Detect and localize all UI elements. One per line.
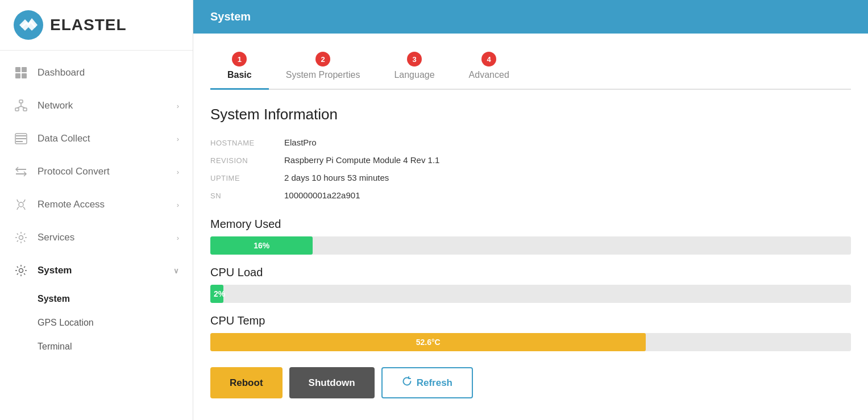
protocol-convert-arrow-icon: › (177, 168, 179, 176)
network-icon (14, 98, 28, 113)
info-row-uptime: UPTIME 2 days 10 hours 53 minutes (210, 169, 851, 186)
tab-basic[interactable]: 1 Basic (210, 47, 269, 90)
cpu-temp-section: CPU Temp 52.6°C (210, 314, 851, 351)
svg-point-19 (19, 269, 23, 273)
sidebar-item-dashboard[interactable]: Dashboard (0, 56, 193, 89)
system-info-table: HOSTNAME ElastPro REVISION Raspberry Pi … (210, 134, 851, 204)
refresh-label: Refresh (417, 377, 452, 389)
memory-section: Memory Used 16% (210, 218, 851, 255)
sidebar-item-services-label: Services (38, 232, 177, 243)
svg-line-10 (21, 106, 25, 108)
memory-title: Memory Used (210, 218, 851, 231)
cpu-temp-title: CPU Temp (210, 314, 851, 327)
sidebar-item-system[interactable]: System ∨ (0, 254, 193, 287)
sidebar-item-network[interactable]: Network › (0, 89, 193, 122)
tab-basic-badge: 1 (232, 52, 247, 66)
refresh-icon (402, 376, 412, 389)
cpu-load-percent-label: 2% (214, 289, 225, 298)
tab-advanced-label: Advanced (469, 70, 509, 80)
sidebar-item-remote-access[interactable]: Remote Access › (0, 188, 193, 221)
sidebar-item-system-label: System (38, 265, 173, 276)
hostname-value: ElastPro (284, 138, 317, 147)
data-collect-arrow-icon: › (177, 135, 179, 143)
memory-progress-fill: 16% (210, 236, 313, 255)
logo-text: ELASTEL (50, 16, 127, 34)
tab-language[interactable]: 3 Language (377, 47, 451, 89)
sidebar-item-protocol-convert-label: Protocol Convert (38, 166, 177, 177)
sidebar-item-data-collect[interactable]: Data Collect › (0, 122, 193, 155)
memory-progress-bg: 16% (210, 236, 851, 255)
tab-advanced[interactable]: 4 Advanced (452, 47, 526, 89)
logo-area: ELASTEL (0, 0, 193, 51)
sidebar-sub-terminal[interactable]: Terminal (0, 335, 193, 359)
sidebar-sub-gps-label: GPS Location (38, 318, 94, 327)
sidebar-sub-gps[interactable]: GPS Location (0, 311, 193, 335)
cpu-load-progress-bg: 2% (210, 285, 851, 303)
cpu-load-progress-fill: 2% (210, 285, 223, 303)
svg-point-17 (19, 202, 23, 207)
revision-value: Raspberry Pi Compute Module 4 Rev 1.1 (284, 155, 439, 165)
tab-basic-label: Basic (227, 70, 252, 80)
revision-label: REVISION (210, 156, 284, 165)
svg-rect-6 (15, 108, 19, 111)
sidebar-item-protocol-convert[interactable]: Protocol Convert › (0, 155, 193, 188)
refresh-button[interactable]: Refresh (381, 367, 473, 398)
services-icon (14, 230, 28, 245)
svg-rect-5 (19, 100, 23, 103)
services-arrow-icon: › (177, 234, 179, 242)
tab-system-properties[interactable]: 2 System Properties (269, 47, 377, 89)
dashboard-icon (14, 65, 28, 80)
info-row-revision: REVISION Raspberry Pi Compute Module 4 R… (210, 151, 851, 169)
tab-language-badge: 3 (407, 52, 422, 66)
shutdown-button[interactable]: Shutdown (289, 367, 375, 398)
cpu-load-section: CPU Load 2% (210, 266, 851, 303)
cpu-temp-progress-fill: 52.6°C (210, 333, 646, 351)
sidebar-item-remote-access-label: Remote Access (38, 199, 177, 210)
elastel-logo-icon (14, 10, 43, 40)
cpu-load-title: CPU Load (210, 266, 851, 279)
sidebar-item-dashboard-label: Dashboard (38, 67, 179, 78)
hostname-label: HOSTNAME (210, 139, 284, 147)
page-header: System (193, 0, 868, 34)
system-arrow-icon: ∨ (173, 267, 179, 275)
main-area: System 1 Basic 2 System Properties 3 Lan… (193, 0, 868, 420)
main-content: 1 Basic 2 System Properties 3 Language 4… (193, 34, 868, 420)
tab-language-label: Language (394, 70, 434, 80)
svg-rect-3 (15, 73, 20, 78)
protocol-convert-icon (14, 164, 28, 179)
system-info-title: System Information (210, 106, 851, 123)
svg-rect-4 (22, 73, 27, 78)
sn-label: SN (210, 192, 284, 200)
svg-rect-1 (15, 67, 20, 72)
remote-access-icon (14, 197, 28, 212)
svg-rect-7 (23, 108, 27, 111)
sidebar-sub-system[interactable]: System (0, 287, 193, 311)
tab-bar: 1 Basic 2 System Properties 3 Language 4… (210, 47, 851, 90)
cpu-temp-label: 52.6°C (416, 338, 441, 347)
svg-rect-2 (22, 67, 27, 72)
page-title: System (210, 10, 251, 23)
tab-system-properties-label: System Properties (286, 70, 360, 80)
network-arrow-icon: › (177, 102, 179, 110)
sn-value: 100000001a22a901 (284, 190, 360, 200)
tab-advanced-badge: 4 (481, 52, 496, 66)
info-row-hostname: HOSTNAME ElastPro (210, 134, 851, 151)
svg-point-18 (19, 236, 23, 240)
cpu-temp-progress-bg: 52.6°C (210, 333, 851, 351)
sidebar-item-network-label: Network (38, 100, 177, 111)
uptime-label: UPTIME (210, 174, 284, 182)
remote-access-arrow-icon: › (177, 201, 179, 209)
memory-percent-label: 16% (254, 241, 269, 250)
data-collect-icon (14, 131, 28, 146)
svg-line-9 (17, 106, 21, 108)
info-row-sn: SN 100000001a22a901 (210, 186, 851, 204)
reboot-button[interactable]: Reboot (210, 367, 283, 398)
system-icon (14, 263, 28, 278)
sidebar-nav: Dashboard Network › (0, 51, 193, 420)
sidebar-sub-terminal-label: Terminal (38, 342, 72, 351)
sidebar-item-services[interactable]: Services › (0, 221, 193, 254)
sidebar-item-data-collect-label: Data Collect (38, 133, 177, 144)
sidebar: ELASTEL Dashboard (0, 0, 193, 420)
action-buttons: Reboot Shutdown Refresh (210, 367, 851, 398)
tab-system-properties-badge: 2 (315, 52, 330, 66)
